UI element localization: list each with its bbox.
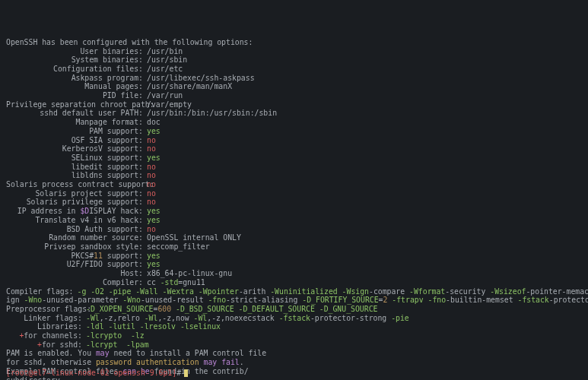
- config-row: IP address in $DISPLAY hack:yes: [6, 207, 588, 216]
- config-label: BSD Auth support:: [6, 225, 143, 234]
- config-label: IP address in $DISPLAY hack:: [6, 207, 143, 216]
- config-label: Manpage format:: [6, 118, 143, 127]
- config-value: yes: [143, 154, 161, 163]
- config-value: yes: [143, 260, 161, 269]
- config-value: doc: [143, 118, 161, 127]
- config-label: Solaris project support:: [6, 189, 143, 198]
- libraries-row: Libraries:-ldl -lutil -lresolv -lselinux: [6, 322, 588, 331]
- config-row: sshd default user PATH:/usr/bin:/bin:/us…: [6, 109, 588, 118]
- config-value: /usr/sbin: [143, 55, 187, 65]
- config-value: yes: [143, 127, 161, 136]
- compiler-row: Compiler:cc -std=gnu11: [6, 278, 588, 287]
- config-label: libedit support:: [6, 163, 143, 172]
- config-row: libedit support:no: [6, 163, 588, 172]
- config-value: no: [143, 180, 156, 189]
- config-label: Privsep sandbox style:: [6, 242, 143, 252]
- config-row: Solaris process contract support:no: [6, 180, 588, 189]
- config-row: Privilege separation chroot path:/var/em…: [6, 100, 588, 109]
- host-row: Host:x86_64-pc-linux-gnu: [6, 269, 588, 278]
- output-line: for sshd, otherwise password authenticat…: [6, 358, 588, 367]
- config-row: Manual pages:/usr/share/man/manX: [6, 82, 588, 91]
- config-row: Askpass program:/usr/libexec/ssh-askpass: [6, 74, 588, 83]
- config-row: Translate v4 in v6 hack:yes: [6, 216, 588, 225]
- preprocessor-flags-row: Preprocessor flags:-D_XOPEN_SOURCE=600 -…: [6, 305, 588, 314]
- prompt-hash: #: [176, 369, 181, 378]
- config-value: no: [143, 136, 156, 145]
- config-value: no: [143, 189, 156, 198]
- config-label: OSF SIA support:: [6, 136, 143, 145]
- config-row: SELinux support:yes: [6, 154, 588, 163]
- config-value: yes: [143, 207, 161, 216]
- compiler-flags-row: Compiler flags:-g -O2 -pipe -Wall -Wextr…: [6, 287, 588, 296]
- config-row: PAM support:yes: [6, 127, 588, 136]
- config-value: /usr/bin:/bin:/usr/sbin:/sbin: [143, 109, 277, 118]
- config-row: Random number source:OpenSSL internal ON…: [6, 233, 588, 242]
- config-label: Random number source:: [6, 233, 143, 242]
- config-row: Solaris privilege support:no: [6, 198, 588, 207]
- config-value: /usr/share/man/manX: [143, 82, 232, 91]
- config-label: Translate v4 in v6 hack:: [6, 216, 143, 225]
- cursor: [184, 369, 188, 377]
- config-row: PID file:/var/run: [6, 91, 588, 100]
- config-value: seccomp_filter: [143, 242, 210, 252]
- config-value: OpenSSL internal ONLY: [143, 233, 241, 242]
- config-value: no: [143, 225, 156, 234]
- output-line: OpenSSH has been configured with the fol…: [6, 38, 588, 47]
- config-label: sshd default user PATH:: [6, 109, 143, 118]
- config-value: /usr/bin: [143, 47, 183, 56]
- config-row: Configuration files:/usr/etc: [6, 65, 588, 74]
- config-value: no: [143, 171, 156, 180]
- config-row: U2F/FIDO support:yes: [6, 260, 588, 269]
- config-value: yes: [143, 252, 161, 261]
- config-row: BSD Auth support:no: [6, 225, 588, 234]
- config-row: System binaries:/usr/sbin: [6, 55, 588, 65]
- config-row: KerberosV support:no: [6, 144, 588, 154]
- config-label: Privilege separation chroot path:: [6, 100, 143, 109]
- config-value: no: [143, 198, 156, 207]
- sshd-libs-row: +for sshd:-lcrypt -lpam: [6, 340, 588, 350]
- config-value: no: [143, 144, 156, 154]
- config-row: Manpage format:doc: [6, 118, 588, 127]
- config-label: libldns support:: [6, 171, 143, 180]
- config-row: OSF SIA support:no: [6, 136, 588, 145]
- config-value: /usr/etc: [143, 65, 183, 74]
- config-value: no: [143, 163, 156, 172]
- output-line: ign -Wno-unused-parameter -Wno-unused-re…: [6, 296, 588, 305]
- config-value: /var/run: [143, 91, 183, 100]
- config-label: Solaris process contract support:: [6, 180, 143, 189]
- config-label: PKCS#11 support:: [6, 252, 143, 261]
- config-value: /usr/libexec/ssh-askpass: [143, 74, 255, 83]
- config-value: yes: [143, 216, 161, 225]
- config-row: PKCS#11 support:yes: [6, 252, 588, 261]
- output-line: PAM is enabled. You may need to install …: [6, 349, 588, 358]
- config-label: Askpass program:: [6, 74, 143, 83]
- config-label: Solaris privilege support:: [6, 198, 143, 207]
- config-label: Manual pages:: [6, 82, 143, 91]
- linker-flags-row: Linker flags:-Wl,-z,relro -Wl,-z,now -Wl…: [6, 314, 588, 323]
- config-label: KerberosV support:: [6, 144, 143, 154]
- config-label: U2F/FIDO support:: [6, 260, 143, 269]
- channels-row: +for channels:-lcrypto -lz: [6, 331, 588, 340]
- config-label: Configuration files:: [6, 65, 143, 74]
- terminal-output: OpenSSH has been configured with the fol…: [6, 38, 588, 380]
- config-label: System binaries:: [6, 55, 143, 65]
- config-row: User binaries:/usr/bin: [6, 47, 588, 56]
- config-label: PID file:: [6, 91, 143, 100]
- config-label: SELinux support:: [6, 154, 143, 163]
- config-row: Solaris project support:no: [6, 189, 588, 198]
- prompt-text: [root@el7-linux-node-02 openssh-9.6p1]: [6, 369, 176, 378]
- config-row: Privsep sandbox style:seccomp_filter: [6, 242, 588, 252]
- config-label: User binaries:: [6, 47, 143, 56]
- config-row: libldns support:no: [6, 171, 588, 180]
- config-label: PAM support:: [6, 127, 143, 136]
- shell-prompt[interactable]: [root@el7-linux-node-02 openssh-9.6p1]#: [6, 369, 188, 378]
- config-value: /var/empty: [143, 100, 192, 109]
